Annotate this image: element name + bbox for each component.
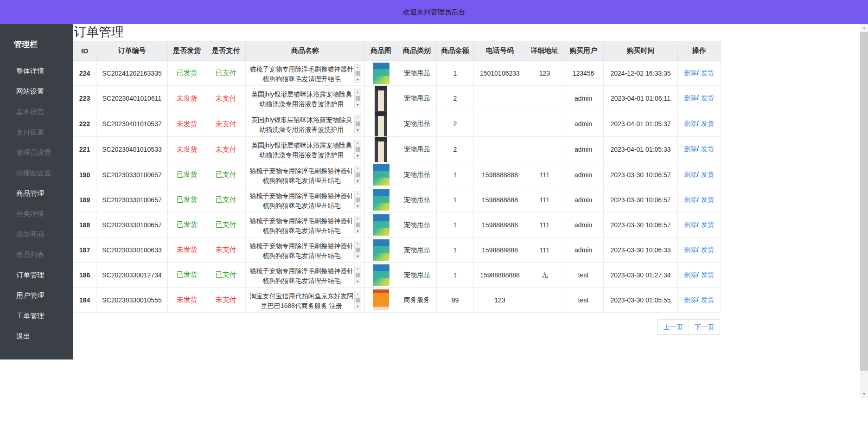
scroll-up-icon[interactable]: ▲ [356,267,359,270]
sidebar-item-product-management[interactable]: 商品管理 [0,183,73,204]
sidebar-item-logout[interactable]: 退出 [0,326,73,347]
scroll-up-icon[interactable]: ▲ [356,192,359,195]
product-name-scrollbox[interactable]: 猫梳子宠物专用除浮毛刷撸猫神器针梳狗狗猫咪毛发清理开结毛 ▲ ▼ [249,64,361,83]
delete-link[interactable]: 删除 [684,246,697,253]
scroll-up-icon[interactable]: ▲ [356,242,359,245]
cell-phone [474,86,526,111]
scroll-down-icon[interactable]: ▼ [356,154,359,158]
paid-status: 已支付 [216,270,236,278]
ship-link[interactable]: 发货 [701,271,714,278]
scroll-up-icon[interactable]: ▲ [356,90,359,94]
scroll-thumb[interactable] [356,223,360,227]
window-scrollbar[interactable]: ▲ ▼ [860,24,868,398]
delete-link[interactable]: 删除 [684,221,697,228]
product-name-scrollbox[interactable]: 英国jhly银渐层猫咪沐浴露宠物除臭幼猫洗澡专用浴液香波洗护用 ▲ ▼ [249,140,361,159]
cell-id: 186 [73,263,96,288]
product-name-scrollbar[interactable]: ▲ ▼ [354,115,361,133]
product-name-scrollbar[interactable]: ▲ ▼ [354,140,361,159]
scroll-thumb[interactable] [356,147,360,152]
scrollbar-down-icon[interactable]: ▼ [860,390,868,398]
scroll-down-icon[interactable]: ▼ [356,280,359,283]
delete-link[interactable]: 删除 [684,296,697,303]
sidebar-item-overview[interactable]: 整体详情 [0,61,73,81]
ship-link[interactable]: 发货 [701,246,714,253]
scroll-thumb[interactable] [356,273,360,277]
delete-link[interactable]: 删除 [684,69,697,77]
scroll-up-icon[interactable]: ▲ [356,217,359,220]
ship-link[interactable]: 发货 [701,221,714,228]
sidebar-item-user-management[interactable]: 用户管理 [0,285,73,306]
page-title: 订单管理 [73,24,860,41]
next-page-button[interactable]: 下一页 [689,319,720,335]
product-name-scrollbar[interactable]: ▲ ▼ [354,89,361,108]
ship-link[interactable]: 发货 [701,145,714,153]
scroll-down-icon[interactable]: ▼ [356,305,359,308]
scroll-up-icon[interactable]: ▲ [356,116,359,119]
scroll-down-icon[interactable]: ▼ [356,103,359,107]
scroll-thumb[interactable] [356,122,360,126]
scrollbar-up-icon[interactable]: ▲ [860,24,868,32]
scroll-down-icon[interactable]: ▼ [356,205,359,208]
product-name-scrollbar[interactable]: ▲ ▼ [354,241,361,259]
product-name-scrollbox[interactable]: 猫梳子宠物专用除浮毛刷撸猫神器针梳狗狗猫咪毛发清理开结毛 ▲ ▼ [249,191,361,209]
scroll-thumb[interactable] [356,173,360,177]
delete-link[interactable]: 删除 [684,196,697,203]
ship-link[interactable]: 发货 [701,69,714,77]
delete-link[interactable]: 删除 [684,145,697,153]
sidebar-item-category-details[interactable]: 分类详情 [0,204,73,224]
cell-product-name: 猫梳子宠物专用除浮毛刷撸猫神器针梳狗狗猫咪毛发清理开结毛 ▲ ▼ [246,212,365,237]
product-name-scrollbar[interactable]: ▲ ▼ [354,191,361,209]
cell-user: admin [563,111,604,137]
sidebar-item-add-product[interactable]: 添加商品 [0,224,73,244]
cell-amount: 1 [437,61,474,86]
scroll-thumb[interactable] [356,71,360,76]
sidebar-item-ticket-management[interactable]: 工单管理 [0,306,73,326]
ship-link[interactable]: 发货 [701,120,714,127]
sidebar-item-carousel-settings[interactable]: 轮播图设置 [0,163,73,183]
product-name-scrollbar[interactable]: ▲ ▼ [354,166,361,184]
scroll-down-icon[interactable]: ▼ [356,180,359,183]
scroll-thumb[interactable] [356,198,360,202]
scroll-down-icon[interactable]: ▼ [356,230,359,233]
product-name-scrollbox[interactable]: 猫梳子宠物专用除浮毛刷撸猫神器针梳狗狗猫咪毛发清理开结毛 ▲ ▼ [249,166,361,184]
product-name-scrollbar[interactable]: ▲ ▼ [354,266,361,284]
scroll-up-icon[interactable]: ▲ [356,65,359,69]
scroll-down-icon[interactable]: ▼ [356,255,359,258]
prev-page-button[interactable]: 上一页 [657,319,689,335]
ship-link[interactable]: 发货 [701,196,714,203]
sidebar-item-basic-settings[interactable]: 基本设置 [0,102,73,122]
ship-link[interactable]: 发货 [701,296,714,303]
product-name-scrollbox[interactable]: 英国jhly银渐层猫咪沐浴露宠物除臭幼猫洗澡专用浴液香波洗护用 ▲ ▼ [249,89,361,108]
sidebar-item-product-list[interactable]: 商品列表 [0,244,73,265]
product-name-scrollbox[interactable]: 淘宝支付宝信用代拍闲鱼京东好友阿里巴巴1688代商务服务 注册 ▲ ▼ [249,291,361,309]
cell-address: 无 [526,263,563,288]
sidebar-item-order-management[interactable]: 订单管理 [0,265,73,285]
delete-link[interactable]: 删除 [684,94,697,102]
scroll-up-icon[interactable]: ▲ [356,141,359,145]
product-name-scrollbar[interactable]: ▲ ▼ [354,291,361,309]
scroll-down-icon[interactable]: ▼ [356,78,359,82]
product-name-scrollbox[interactable]: 猫梳子宠物专用除浮毛刷撸猫神器针梳狗狗猫咪毛发清理开结毛 ▲ ▼ [249,241,361,259]
sidebar-item-payment-settings[interactable]: 支付设置 [0,122,73,142]
ship-link[interactable]: 发货 [701,171,714,178]
delete-link[interactable]: 删除 [684,271,697,278]
scroll-up-icon[interactable]: ▲ [356,167,359,170]
delete-link[interactable]: 删除 [684,120,697,127]
product-name-scrollbox[interactable]: 猫梳子宠物专用除浮毛刷撸猫神器针梳狗狗猫咪毛发清理开结毛 ▲ ▼ [249,216,361,234]
scroll-down-icon[interactable]: ▼ [356,128,359,132]
sidebar-item-site-settings[interactable]: 网站设置 [0,81,73,102]
product-name-scrollbar[interactable]: ▲ ▼ [354,216,361,234]
product-name-scrollbox[interactable]: 英国jhly银渐层猫咪沐浴露宠物除臭幼猫洗澡专用浴液香波洗护用 ▲ ▼ [249,115,361,133]
scrollbar-thumb[interactable] [860,32,868,371]
sidebar-item-admin-settings[interactable]: 管理员设置 [0,142,73,163]
scroll-thumb[interactable] [356,298,360,302]
cell-paid: 已支付 [206,212,246,237]
scroll-thumb[interactable] [356,248,360,252]
ship-link[interactable]: 发货 [701,94,714,102]
cell-actions: 删除/发货 [678,263,721,288]
scroll-up-icon[interactable]: ▲ [356,292,359,295]
scroll-thumb[interactable] [356,96,360,101]
delete-link[interactable]: 删除 [684,171,697,178]
product-name-scrollbox[interactable]: 猫梳子宠物专用除浮毛刷撸猫神器针梳狗狗猫咪毛发清理开结毛 ▲ ▼ [249,266,361,284]
product-name-scrollbar[interactable]: ▲ ▼ [354,64,361,83]
